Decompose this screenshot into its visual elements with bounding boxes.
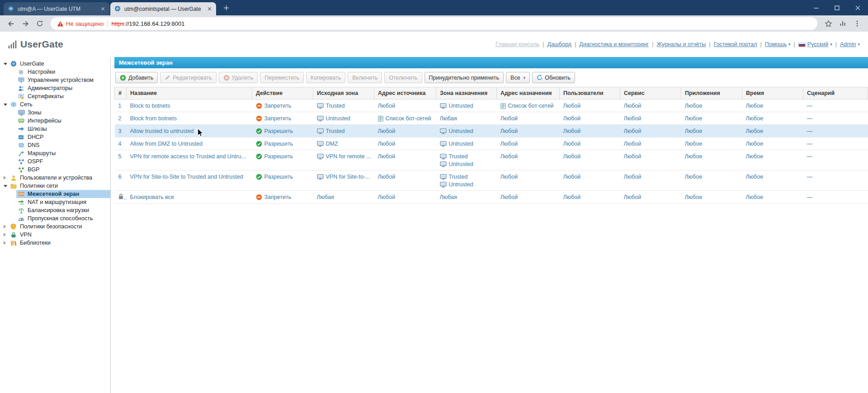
column-header[interactable]: Название — [127, 87, 252, 99]
sidebar-item-users-devices[interactable]: Пользователи и устройства — [0, 174, 110, 182]
rule-service: Любой — [620, 191, 681, 204]
refresh-button[interactable]: Обновить — [532, 72, 575, 83]
collapse-arrow-icon[interactable] — [4, 185, 10, 187]
rule-row[interactable]: 3Allow trusted to untrustedРазрешитьTrus… — [115, 125, 868, 137]
browser-tab[interactable]: utm@comintspetal — UserGate — [110, 2, 216, 15]
tab-close-icon[interactable] — [99, 5, 106, 13]
rule-row[interactable]: 6VPN for Site-to-Site to Trusted and Unt… — [115, 170, 868, 191]
sidebar-item-nat-routing[interactable]: NAT и маршрутизация — [0, 198, 110, 206]
sidebar-item-load-balancing[interactable]: Балансировка нагрузки — [0, 206, 110, 214]
enable-button[interactable]: Включить — [348, 72, 382, 83]
expand-arrow-icon[interactable] — [4, 233, 10, 237]
reload-icon[interactable] — [33, 17, 46, 30]
column-header[interactable]: # — [115, 87, 127, 99]
nav-link-help[interactable]: Помощь▾ — [765, 41, 791, 47]
rule-time: Любое — [742, 125, 803, 137]
disable-button[interactable]: Отключить — [384, 72, 422, 83]
rule-row[interactable]: 4Allow from DMZ to UntrustedРазрешитьDMZ… — [115, 137, 868, 150]
rule-row[interactable]: 2Block from botnetsЗапретитьUntrustedСпи… — [115, 112, 868, 125]
edit-button[interactable]: Редактировать — [160, 72, 216, 83]
sidebar-item-dhcp[interactable]: DHCP — [0, 133, 110, 141]
sidebar-item-bgp[interactable]: BGP — [0, 166, 110, 174]
nav-link-guest-portal[interactable]: Гостевой портал — [714, 41, 757, 47]
browser-tab[interactable]: utm@A — UserGate UTM — [4, 2, 109, 15]
add-button[interactable]: Добавить — [115, 72, 158, 83]
allow-icon — [256, 128, 262, 134]
column-header[interactable]: Адрес источника — [374, 87, 436, 99]
tab-close-icon[interactable] — [206, 5, 213, 13]
sidebar-item-zones[interactable]: Зоны — [0, 109, 110, 117]
delete-button[interactable]: Удалить — [219, 72, 258, 83]
sidebar-item-ospf[interactable]: OSPF — [0, 157, 110, 166]
sidebar-item-certificates[interactable]: Сертификаты — [0, 92, 110, 100]
rule-service: Любой — [620, 150, 681, 170]
column-header[interactable]: Приложения — [681, 87, 742, 99]
sidebar-item-routes[interactable]: Маршруты — [0, 149, 110, 157]
button-label: Копировать — [311, 75, 341, 81]
column-header[interactable]: Адрес назначения — [497, 87, 560, 99]
column-header[interactable]: Время — [742, 87, 803, 99]
monitor-icon — [317, 154, 324, 160]
sidebar-item-network[interactable]: Сеть — [0, 100, 110, 109]
nav-link-language[interactable]: Русский▾ — [798, 41, 832, 47]
collapse-arrow-icon[interactable] — [4, 63, 10, 65]
copy-button[interactable]: Копировать — [306, 72, 345, 83]
close-button[interactable] — [847, 0, 868, 15]
expand-arrow-icon[interactable] — [4, 176, 10, 180]
sidebar-item-security-policies[interactable]: Политики безопасности — [0, 223, 110, 231]
browser-menu-icon[interactable] — [851, 17, 863, 30]
nav-link-logs-reports[interactable]: Журналы и отчёты — [656, 41, 706, 47]
sidebar-item-bandwidth[interactable]: Пропускная способность — [0, 214, 110, 223]
collapse-arrow-icon[interactable] — [4, 104, 10, 106]
move-button[interactable]: Переместить — [260, 72, 304, 83]
new-tab-button[interactable] — [220, 1, 232, 14]
sidebar-item-settings[interactable]: Настройки — [0, 68, 110, 76]
nav-link-dashboard[interactable]: Дашборд — [547, 41, 572, 47]
force-apply-button[interactable]: Принудительно применить — [425, 72, 504, 83]
page-url: https://192.168.64.129:8001 — [112, 20, 185, 27]
rule-scenario: — — [803, 137, 868, 150]
minimize-button[interactable] — [806, 0, 826, 15]
back-icon[interactable] — [5, 17, 17, 30]
allow-icon — [256, 174, 262, 180]
column-header[interactable]: Исходная зона — [313, 87, 374, 99]
url-bar[interactable]: Не защищено https://192.168.64.129:8001 — [51, 17, 817, 30]
nav-link-diagnostics[interactable]: Диагностика и мониторинг — [579, 41, 649, 47]
page-title-label: Межсетевой экран — [119, 59, 173, 66]
rule-row[interactable]: 5VPN for remote access to Trusted and Un… — [115, 150, 868, 170]
rule-users: Любой — [560, 125, 620, 137]
rule-scenario: — — [803, 170, 868, 191]
column-header[interactable]: Сервис — [620, 87, 681, 99]
sidebar-item-device-management[interactable]: Управление устройством — [0, 76, 110, 84]
rule-dst-zone: Untrusted — [436, 99, 497, 112]
not-secure-warning[interactable]: Не защищено — [57, 20, 104, 27]
sidebar-item-administrators[interactable]: Администраторы — [0, 84, 110, 92]
column-header[interactable]: Сценарий — [803, 87, 868, 99]
rule-service: Любой — [620, 137, 681, 150]
column-header[interactable]: Зона назначения — [436, 87, 497, 99]
expand-arrow-icon[interactable] — [4, 241, 10, 245]
monitor-icon — [440, 174, 447, 180]
nav-link-main-console[interactable]: Главная консоль — [495, 41, 539, 47]
expand-arrow-icon[interactable] — [4, 225, 10, 228]
column-header[interactable]: Действие — [252, 87, 313, 99]
sidebar-item-gateways[interactable]: Шлюзы — [0, 125, 110, 133]
column-header[interactable]: Пользователи — [560, 87, 620, 99]
rule-row[interactable]: Блокировать всеЗапретитьЛюбаяЛюбойЛюбаяЛ… — [115, 191, 868, 204]
maximize-button[interactable] — [826, 0, 847, 15]
sidebar-item-usergate[interactable]: UserGate — [0, 60, 110, 68]
sidebar-item-interfaces[interactable]: Интерфейсы — [0, 117, 110, 125]
sidebar-item-network-policies[interactable]: Политики сети — [0, 182, 110, 190]
sidebar-item-vpn[interactable]: VPN — [0, 231, 110, 239]
filter-all-button[interactable]: Все▾ — [506, 72, 530, 83]
sidebar-item-dns[interactable]: DNS — [0, 141, 110, 149]
sidebar-item-firewall[interactable]: Межсетевой экран — [0, 190, 110, 198]
extension-icon[interactable] — [836, 17, 849, 30]
sidebar-item-libraries[interactable]: Библиотеки — [0, 239, 110, 247]
bookmark-star-icon[interactable] — [822, 17, 835, 30]
nav-link-admin[interactable]: Admin▾ — [840, 41, 860, 47]
rule-row[interactable]: 1Block to botnetsЗапретитьTrustedЛюбойUn… — [115, 99, 868, 112]
forward-icon[interactable] — [19, 17, 32, 30]
allow-icon — [256, 153, 262, 160]
sidebar-item-label: DNS — [28, 142, 39, 148]
